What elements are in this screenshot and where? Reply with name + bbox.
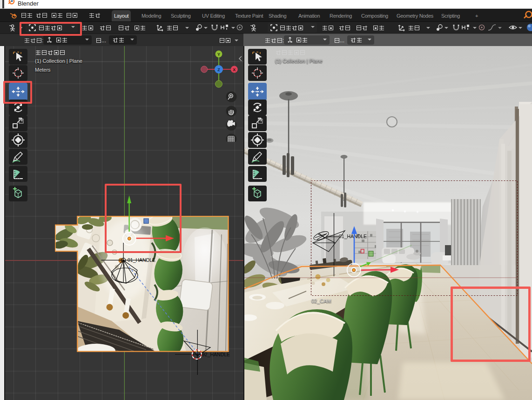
- svg-text:Z: Z: [217, 67, 220, 72]
- svg-text:Y: Y: [217, 52, 220, 57]
- svg-text:01_HANDLE: 01_HANDLE: [339, 233, 367, 239]
- svg-text:01_HANDLE: 01_HANDLE: [128, 257, 155, 263]
- svg-text:02_HANDLE: 02_HANDLE: [202, 352, 230, 357]
- svg-text:X: X: [233, 67, 236, 72]
- svg-text:02_CAM: 02_CAM: [311, 298, 331, 304]
